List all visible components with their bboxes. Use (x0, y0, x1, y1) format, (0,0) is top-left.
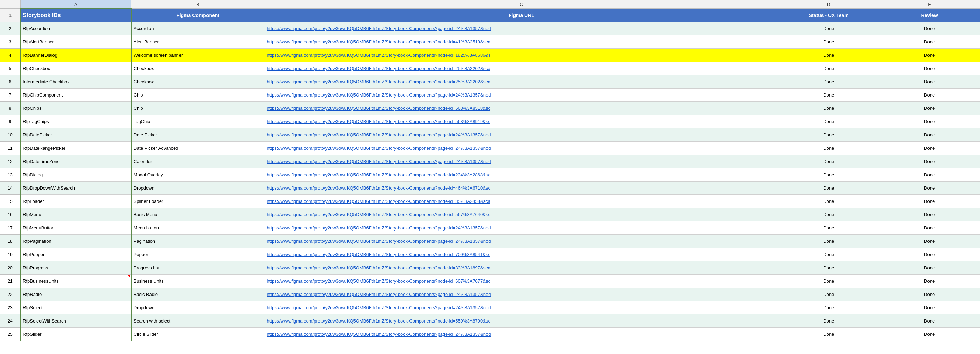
figma-url-cell[interactable]: https://www.figma.com/proto/y2uw3owuKQ5O… (265, 115, 778, 129)
row-num: 3 (0, 35, 21, 49)
figma-url-link[interactable]: https://www.figma.com/proto/y2uw3owuKQ5O… (267, 26, 491, 31)
table-row: 2RfpAccordionAccordionhttps://www.figma.… (0, 22, 980, 35)
figma-url-link[interactable]: https://www.figma.com/proto/y2uw3owuKQ5O… (267, 146, 491, 151)
col-a-header[interactable]: A (20, 0, 131, 9)
figma-url-link[interactable]: https://www.figma.com/proto/y2uw3owuKQ5O… (267, 172, 490, 177)
figma-url-cell[interactable]: https://www.figma.com/proto/y2uw3owuKQ5O… (265, 49, 778, 62)
row-num: 19 (0, 248, 21, 261)
figma-url-cell[interactable]: https://www.figma.com/proto/y2uw3owuKQ5O… (265, 328, 778, 341)
row-num: 9 (0, 115, 21, 129)
storybook-id-cell: RfpBusinessUnits (20, 275, 131, 288)
storybook-id-cell: RfpChips (20, 102, 131, 115)
figma-url-link[interactable]: https://www.figma.com/proto/y2uw3owuKQ5O… (267, 265, 490, 270)
figma-url-link[interactable]: https://www.figma.com/proto/y2uw3owuKQ5O… (267, 52, 491, 58)
figma-url-cell[interactable]: https://www.figma.com/proto/y2uw3owuKQ5O… (265, 248, 778, 261)
status-cell: Done (778, 35, 879, 49)
table-row: 20RfpProgressProgress barhttps://www.fig… (0, 261, 980, 275)
figma-url-link[interactable]: https://www.figma.com/proto/y2uw3owuKQ5O… (267, 106, 490, 111)
col-e-header[interactable]: E (879, 0, 980, 9)
storybook-id-cell: RfpSelect (20, 301, 131, 314)
figma-url-link[interactable]: https://www.figma.com/proto/y2uw3owuKQ5O… (267, 212, 490, 217)
figma-url-cell[interactable]: https://www.figma.com/proto/y2uw3owuKQ5O… (265, 235, 778, 248)
figma-component-cell: TagChip (131, 115, 265, 129)
table-row: 8RfpChipsChiphttps://www.figma.com/proto… (0, 102, 980, 115)
storybook-id-cell: RfpTagChips (20, 115, 131, 129)
table-row: 24RfpSelectWithSearchSearch with selecth… (0, 314, 980, 328)
figma-component-cell: Welcome screen banner (131, 49, 265, 62)
figma-url-cell[interactable]: https://www.figma.com/proto/y2uw3owuKQ5O… (265, 129, 778, 142)
figma-url-link[interactable]: https://www.figma.com/proto/y2uw3owuKQ5O… (267, 252, 490, 257)
figma-url-link[interactable]: https://www.figma.com/proto/y2uw3owuKQ5O… (267, 66, 490, 71)
figma-url-cell[interactable]: https://www.figma.com/proto/y2uw3owuKQ5O… (265, 301, 778, 314)
figma-url-cell[interactable]: https://www.figma.com/proto/y2uw3owuKQ5O… (265, 75, 778, 89)
figma-url-link[interactable]: https://www.figma.com/proto/y2uw3owuKQ5O… (267, 318, 490, 324)
status-cell: Done (778, 168, 879, 181)
column-letters-row: A B C D E (0, 0, 980, 9)
table-row: 14RfpDropDownWithSearchDropdownhttps://w… (0, 181, 980, 195)
figma-url-cell[interactable]: https://www.figma.com/proto/y2uw3owuKQ5O… (265, 102, 778, 115)
figma-component-cell: Spiiner Loader (131, 195, 265, 208)
figma-url-cell[interactable]: https://www.figma.com/proto/y2uw3owuKQ5O… (265, 62, 778, 75)
figma-url-link[interactable]: https://www.figma.com/proto/y2uw3owuKQ5O… (267, 39, 490, 44)
figma-url-cell[interactable]: https://www.figma.com/proto/y2uw3owuKQ5O… (265, 221, 778, 235)
review-cell: Done (879, 301, 980, 314)
figma-url-cell[interactable]: https://www.figma.com/proto/y2uw3owuKQ5O… (265, 275, 778, 288)
table-row: 5RfpCheckboxCheckboxhttps://www.figma.co… (0, 62, 980, 75)
storybook-id-cell: RfpDropDownWithSearch (20, 181, 131, 195)
table-row: 7RfpChipComponentChiphttps://www.figma.c… (0, 89, 980, 102)
figma-url-cell[interactable]: https://www.figma.com/proto/y2uw3owuKQ5O… (265, 22, 778, 35)
figma-component-cell: Basic Radio (131, 288, 265, 301)
figma-url-cell[interactable]: https://www.figma.com/proto/y2uw3owuKQ5O… (265, 181, 778, 195)
figma-url-link[interactable]: https://www.figma.com/proto/y2uw3owuKQ5O… (267, 278, 490, 284)
figma-url-link[interactable]: https://www.figma.com/proto/y2uw3owuKQ5O… (267, 332, 491, 337)
status-cell: Done (778, 261, 879, 275)
corner-cell (0, 0, 21, 9)
figma-url-link[interactable]: https://www.figma.com/proto/y2uw3owuKQ5O… (267, 225, 491, 230)
table-row: 25RfpSliderCircle Sliderhttps://www.figm… (0, 328, 980, 341)
storybook-id-cell: Intermediate Checkbox (20, 75, 131, 89)
review-cell: Done (879, 275, 980, 288)
col-c-header[interactable]: C (265, 0, 778, 9)
table-row: 15RfpLoaderSpiiner Loaderhttps://www.fig… (0, 195, 980, 208)
figma-url-link[interactable]: https://www.figma.com/proto/y2uw3owuKQ5O… (267, 159, 491, 164)
figma-url-link[interactable]: https://www.figma.com/proto/y2uw3owuKQ5O… (267, 305, 491, 310)
header-figma-component: Figma Component (131, 9, 265, 22)
figma-url-cell[interactable]: https://www.figma.com/proto/y2uw3owuKQ5O… (265, 261, 778, 275)
table-row: 21RfpBusinessUnitsBusiness Unitshttps://… (0, 275, 980, 288)
status-cell: Done (778, 195, 879, 208)
figma-url-link[interactable]: https://www.figma.com/proto/y2uw3owuKQ5O… (267, 92, 491, 98)
row-num: 23 (0, 301, 21, 314)
figma-url-cell[interactable]: https://www.figma.com/proto/y2uw3owuKQ5O… (265, 288, 778, 301)
figma-url-link[interactable]: https://www.figma.com/proto/y2uw3owuKQ5O… (267, 79, 490, 84)
figma-url-cell[interactable]: https://www.figma.com/proto/y2uw3owuKQ5O… (265, 195, 778, 208)
review-cell: Done (879, 261, 980, 275)
review-cell: Done (879, 22, 980, 35)
table-row: 16RfpMenuBasic Menuhttps://www.figma.com… (0, 208, 980, 221)
col-b-header[interactable]: B (131, 0, 265, 9)
review-cell: Done (879, 102, 980, 115)
status-cell: Done (778, 208, 879, 221)
figma-url-cell[interactable]: https://www.figma.com/proto/y2uw3owuKQ5O… (265, 155, 778, 168)
figma-url-cell[interactable]: https://www.figma.com/proto/y2uw3owuKQ5O… (265, 89, 778, 102)
figma-url-link[interactable]: https://www.figma.com/proto/y2uw3owuKQ5O… (267, 199, 490, 204)
figma-url-link[interactable]: https://www.figma.com/proto/y2uw3owuKQ5O… (267, 132, 491, 138)
status-cell: Done (778, 221, 879, 235)
figma-url-cell[interactable]: https://www.figma.com/proto/y2uw3owuKQ5O… (265, 35, 778, 49)
figma-url-cell[interactable]: https://www.figma.com/proto/y2uw3owuKQ5O… (265, 208, 778, 221)
row-num: 8 (0, 102, 21, 115)
figma-component-cell: Checkbox (131, 75, 265, 89)
storybook-id-cell: RfpDateTimeZone (20, 155, 131, 168)
figma-url-cell[interactable]: https://www.figma.com/proto/y2uw3owuKQ5O… (265, 314, 778, 328)
storybook-id-cell: RfpPopper (20, 248, 131, 261)
storybook-id-cell: RfpChipComponent (20, 89, 131, 102)
review-cell: Done (879, 35, 980, 49)
figma-url-cell[interactable]: https://www.figma.com/proto/y2uw3owuKQ5O… (265, 168, 778, 181)
figma-url-link[interactable]: https://www.figma.com/proto/y2uw3owuKQ5O… (267, 238, 491, 244)
figma-url-cell[interactable]: https://www.figma.com/proto/y2uw3owuKQ5O… (265, 142, 778, 155)
row-num: 4 (0, 49, 21, 62)
figma-url-link[interactable]: https://www.figma.com/proto/y2uw3owuKQ5O… (267, 292, 491, 297)
figma-url-link[interactable]: https://www.figma.com/proto/y2uw3owuKQ5O… (267, 119, 490, 124)
review-cell: Done (879, 328, 980, 341)
col-d-header[interactable]: D (778, 0, 879, 9)
figma-url-link[interactable]: https://www.figma.com/proto/y2uw3owuKQ5O… (267, 186, 490, 190)
